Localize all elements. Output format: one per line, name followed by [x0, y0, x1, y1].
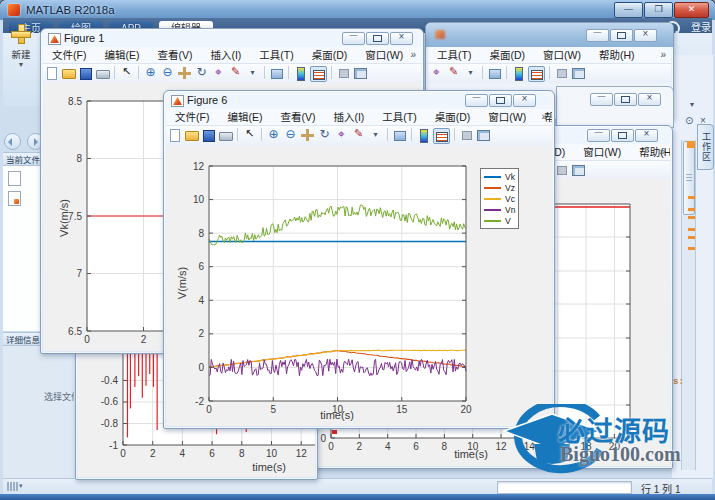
- insert-legend-icon[interactable]: [310, 66, 327, 82]
- menu-overflow-icon[interactable]: »: [410, 47, 416, 63]
- new-file-icon[interactable]: [44, 66, 59, 80]
- caret-icon[interactable]: [463, 66, 478, 80]
- file-icon[interactable]: [8, 171, 21, 186]
- current-folder-panel[interactable]: [3, 166, 43, 331]
- close-button[interactable]: [390, 32, 413, 45]
- menu-item-桌面(D)[interactable]: 桌面(D): [480, 47, 534, 63]
- link-plots-icon[interactable]: [487, 66, 502, 80]
- menu-item-编辑(E)[interactable]: 编辑(E): [95, 47, 148, 63]
- new-script-button[interactable]: 新建 ▼: [4, 24, 38, 76]
- rotate-icon[interactable]: [317, 128, 332, 142]
- zoom-out-icon[interactable]: [160, 66, 175, 80]
- save-icon[interactable]: [78, 66, 93, 80]
- print-icon[interactable]: [95, 66, 110, 80]
- brush-icon[interactable]: [351, 128, 366, 142]
- maximize-button[interactable]: [611, 129, 634, 142]
- workspace-tab[interactable]: 工作区: [697, 124, 714, 170]
- minimize-button[interactable]: [465, 94, 488, 107]
- rotate-icon[interactable]: [194, 66, 209, 80]
- dock-icon[interactable]: [571, 66, 586, 80]
- caret-icon[interactable]: [245, 66, 260, 80]
- figure-titlebar[interactable]: Figure 6: [164, 91, 554, 109]
- menu-overflow-icon[interactable]: »: [659, 144, 665, 160]
- details-header[interactable]: 详细信息: [3, 332, 42, 346]
- back-button[interactable]: [4, 133, 21, 150]
- caret-icon[interactable]: [368, 128, 383, 142]
- figure6-window[interactable]: Figure 6 文件(F)编辑(E)查看(V)插入(I)工具(T)桌面(D)窗…: [163, 90, 555, 429]
- dock-icon[interactable]: [571, 163, 586, 177]
- menu-item-桌面(D)[interactable]: 桌面(D): [426, 109, 480, 125]
- dock-min-icon[interactable]: [459, 128, 474, 142]
- colorbar-icon[interactable]: [416, 128, 431, 142]
- minimize-button[interactable]: [590, 93, 613, 106]
- datatip-icon[interactable]: [211, 66, 226, 80]
- close-button[interactable]: [634, 29, 657, 42]
- menu-overflow-icon[interactable]: »: [541, 109, 547, 125]
- pointer-icon[interactable]: [242, 128, 257, 142]
- figure-titlebar[interactable]: [426, 23, 673, 47]
- datatip-icon[interactable]: [334, 128, 349, 142]
- open-folder-icon[interactable]: [61, 66, 76, 80]
- menu-item-插入(I)[interactable]: 插入(I): [324, 109, 373, 125]
- link-plots-icon[interactable]: [269, 66, 284, 80]
- open-folder-icon[interactable]: [184, 128, 199, 142]
- scrollbar-thumb[interactable]: [683, 141, 695, 215]
- new-file-icon[interactable]: [167, 128, 182, 142]
- dock-min-icon[interactable]: [336, 66, 351, 80]
- menu-item-帮助(H)[interactable]: 帮助(H): [590, 47, 644, 63]
- link-plots-icon[interactable]: [392, 128, 407, 142]
- pan-icon[interactable]: [300, 128, 315, 142]
- colorbar-icon[interactable]: [511, 66, 526, 80]
- maximize-button[interactable]: [489, 94, 512, 107]
- chevron-down-icon[interactable]: ▾: [690, 100, 694, 109]
- menu-item-文件(F)[interactable]: 文件(F): [43, 47, 95, 63]
- dock-min-icon[interactable]: [554, 163, 569, 177]
- menu-item-工具(T)[interactable]: 工具(T): [250, 47, 302, 63]
- close-button[interactable]: [638, 93, 661, 106]
- close-button[interactable]: ✕: [674, 2, 709, 18]
- save-icon[interactable]: [201, 128, 216, 142]
- signin-link[interactable]: 登录: [691, 22, 711, 33]
- menu-item-查看(V)[interactable]: 查看(V): [148, 47, 201, 63]
- print-icon[interactable]: [218, 128, 233, 142]
- menu-item-查看(V)[interactable]: 查看(V): [271, 109, 324, 125]
- collapse-pane-icon[interactable]: ⊙: [685, 115, 693, 126]
- close-button[interactable]: [513, 94, 536, 107]
- matlab-titlebar[interactable]: MATLAB R2018a — ❒ ✕: [0, 0, 715, 20]
- menu-item-插入(I)[interactable]: 插入(I): [201, 47, 250, 63]
- minimize-button[interactable]: [586, 29, 609, 42]
- matlab-file-icon[interactable]: [8, 191, 21, 206]
- dock-icon[interactable]: [353, 66, 368, 80]
- insert-legend-icon[interactable]: [433, 128, 450, 144]
- pan-icon[interactable]: [177, 66, 192, 80]
- menu-item-桌面(D)[interactable]: 桌面(D): [303, 47, 357, 63]
- maximize-button[interactable]: [366, 32, 389, 45]
- menu-item-窗口(W)[interactable]: 窗口(W): [479, 109, 535, 125]
- background-figure-titlebar[interactable]: [556, 86, 674, 128]
- maximize-button[interactable]: [610, 29, 633, 42]
- minimize-button[interactable]: [342, 32, 365, 45]
- plot-legend[interactable]: VkVzVcVnV: [480, 168, 519, 229]
- pointer-icon[interactable]: [119, 66, 134, 80]
- dock-icon[interactable]: [476, 128, 491, 142]
- menu-item-窗口(W)[interactable]: 窗口(W): [356, 47, 412, 63]
- zoom-in-icon[interactable]: [143, 66, 158, 80]
- current-folder-header[interactable]: 当前文件夹: [3, 152, 42, 166]
- figure-titlebar[interactable]: Figure 1: [41, 29, 423, 47]
- brush-icon[interactable]: [228, 66, 243, 80]
- menu-item-窗口(W)[interactable]: 窗口(W): [534, 47, 590, 63]
- zoom-out-icon[interactable]: [283, 128, 298, 142]
- minimize-button[interactable]: —: [614, 2, 643, 18]
- statusbar-grip-icon[interactable]: ▾: [7, 482, 25, 492]
- datatip-icon[interactable]: [429, 66, 444, 80]
- colorbar-icon[interactable]: [293, 66, 308, 80]
- maximize-button[interactable]: [614, 93, 637, 106]
- menu-item-工具(T)[interactable]: 工具(T): [373, 109, 425, 125]
- menu-item-编辑(E)[interactable]: 编辑(E): [218, 109, 271, 125]
- insert-legend-icon[interactable]: [528, 66, 545, 82]
- dock-min-icon[interactable]: [554, 66, 569, 80]
- menu-overflow-icon[interactable]: »: [660, 47, 666, 63]
- zoom-in-icon[interactable]: [266, 128, 281, 142]
- close-button[interactable]: [635, 129, 658, 142]
- menu-item-窗口(W)[interactable]: 窗口(W): [574, 144, 630, 160]
